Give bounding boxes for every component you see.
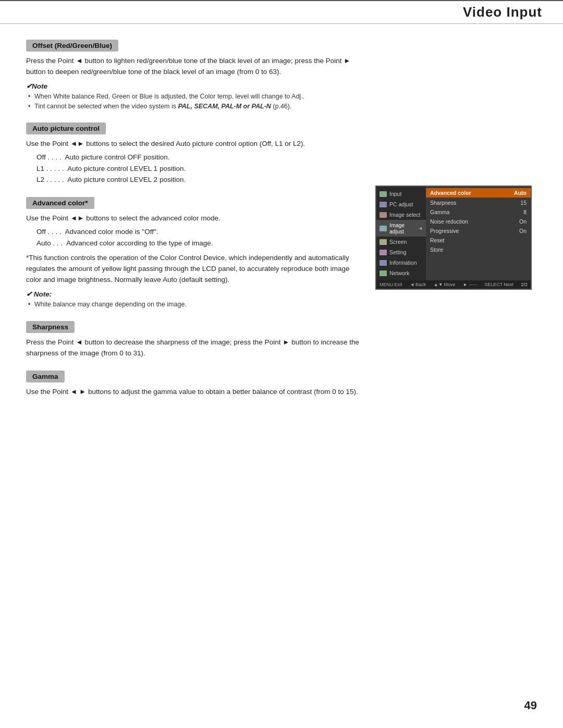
osd-page-indicator: 2/2 xyxy=(521,282,528,287)
osd-gamma-value: 8 xyxy=(523,209,527,215)
osd-sharpness-label: Sharpness xyxy=(430,200,456,206)
osd-move-arrows: ▲▼ xyxy=(434,282,443,287)
osd-item-store: Store xyxy=(426,245,531,254)
section-offset: Offset (Red/Green/Blue) Press the Point … xyxy=(26,40,365,111)
auto-picture-para: Use the Point ◄► buttons to select the d… xyxy=(26,139,365,150)
screen-icon xyxy=(380,239,387,245)
page-header: Video Input xyxy=(0,0,563,24)
advanced-color-note-1: White balance may change depending on th… xyxy=(26,300,365,310)
osd-menu-container: Input PC adjust Image select Image xyxy=(375,186,532,290)
osd-menu-info-label: Information xyxy=(389,260,417,266)
osd-menu-imgadj-label: Image adjust xyxy=(389,222,415,235)
pc-icon xyxy=(380,202,387,207)
osd-item-sharpness: Sharpness 15 xyxy=(426,198,531,207)
setting-icon xyxy=(380,250,387,255)
osd-menu-setting: Setting xyxy=(376,247,426,257)
osd-footer-dash: ► ----- xyxy=(463,282,476,287)
osd-menu-network-label: Network xyxy=(389,270,410,276)
osd-right-header: Advanced color Auto xyxy=(426,188,531,198)
osd-footer-next: SELECT Next xyxy=(484,282,513,287)
osd-menu-input-label: Input xyxy=(389,191,401,197)
osd-progressive-label: Progressive xyxy=(430,228,459,234)
auto-picture-line-3: L2 . . . . . Auto picture control LEVEL … xyxy=(36,174,365,186)
offset-label: Offset (Red/Green/Blue) xyxy=(26,40,118,52)
gamma-para: Use the Point ◄ ► buttons to adjust the … xyxy=(26,387,365,398)
sharpness-para: Press the Point ◄ button to decrease the… xyxy=(26,337,365,359)
osd-back-label: Back xyxy=(415,282,426,287)
osd-menu-pc-adjust: PC adjust xyxy=(376,199,426,209)
input-icon xyxy=(380,191,387,197)
advanced-color-label: Advanced color* xyxy=(26,197,94,209)
osd-wrapper: Input PC adjust Image select Image xyxy=(375,186,537,290)
advanced-color-line-2: Auto . . . Advanced color according to t… xyxy=(36,238,365,249)
left-column: Offset (Red/Green/Blue) Press the Point … xyxy=(26,40,365,409)
osd-menu-screen: Screen xyxy=(376,237,426,247)
auto-picture-label: Auto picture control xyxy=(26,122,106,134)
page-title: Video Input xyxy=(0,4,542,20)
auto-picture-line-1: Off . . . . Auto picture control OFF pos… xyxy=(36,152,365,163)
osd-menu-label: MENU xyxy=(380,282,394,287)
osd-exit-label: Exit xyxy=(395,282,402,287)
osd-header-label: Advanced color xyxy=(430,190,471,196)
network-icon xyxy=(380,270,387,276)
osd-footer-exit: MENU Exit xyxy=(380,282,402,287)
osd-noise-label: Noise reduction xyxy=(430,218,468,225)
osd-right-panel: Advanced color Auto Sharpness 15 Gamma 8 xyxy=(426,187,531,280)
auto-picture-lines: Off . . . . Auto picture control OFF pos… xyxy=(26,152,365,186)
osd-menu-information: Information xyxy=(376,257,426,268)
osd-item-reset: Reset xyxy=(426,236,531,245)
section-gamma: Gamma Use the Point ◄ ► buttons to adjus… xyxy=(26,371,365,398)
osd-move-label: Move xyxy=(444,282,456,287)
osd-sharpness-value: 15 xyxy=(520,200,527,206)
osd-footer-back: ◄ Back xyxy=(410,282,426,287)
advanced-color-asterisk: *This function controls the operation of… xyxy=(26,253,365,286)
gamma-label: Gamma xyxy=(26,371,65,382)
osd-footer-move: ▲▼ Move xyxy=(434,282,456,287)
auto-picture-line-2: L1 . . . . . Auto picture control LEVEL … xyxy=(36,163,365,175)
osd-menu-input: Input xyxy=(376,189,426,199)
osd-back-arrow: ◄ xyxy=(410,282,414,287)
osd-left-nav: Input PC adjust Image select Image xyxy=(376,187,426,280)
offset-note: ✔Note When White balance Red, Green or B… xyxy=(26,82,365,112)
section-sharpness: Sharpness Press the Point ◄ button to de… xyxy=(26,321,365,359)
osd-reset-label: Reset xyxy=(430,237,444,243)
section-advanced-color: Advanced color* Use the Point ◄► buttons… xyxy=(26,197,365,310)
offset-para: Press the Point ◄ button to lighten red/… xyxy=(26,56,365,78)
osd-dash-label: ► ----- xyxy=(463,282,476,287)
osd-menu-screen-label: Screen xyxy=(389,239,407,245)
osd-menu-setting-label: Setting xyxy=(389,249,407,255)
osd-noise-value: On xyxy=(519,218,527,225)
osd-progressive-value: On xyxy=(519,228,527,234)
advanced-color-line-1: Off . . . . Advanced color mode is "Off"… xyxy=(36,226,365,238)
info-icon xyxy=(380,260,387,266)
section-auto-picture: Auto picture control Use the Point ◄► bu… xyxy=(26,122,365,186)
advanced-color-lines: Off . . . . Advanced color mode is "Off"… xyxy=(26,226,365,249)
advanced-color-para: Use the Point ◄► buttons to select the a… xyxy=(26,213,365,224)
offset-note-1: When White balance Red, Green or Blue is… xyxy=(26,92,365,102)
imgadj-icon xyxy=(380,226,387,231)
osd-footer: MENU Exit ◄ Back ▲▼ Move ► ----- xyxy=(376,280,531,289)
offset-note-2: Tint cannot be selected when the video s… xyxy=(26,102,365,112)
advanced-color-note: ✔ Note: White balance may change dependi… xyxy=(26,290,365,310)
advanced-color-note-title: ✔ Note: xyxy=(26,290,365,298)
sharpness-label: Sharpness xyxy=(26,321,75,333)
osd-menu-image-adjust: Image adjust ◄ xyxy=(376,220,426,237)
osd-arrow-icon: ◄ xyxy=(418,226,423,231)
page-number: 49 xyxy=(524,699,537,712)
osd-item-gamma: Gamma 8 xyxy=(426,207,531,217)
osd-item-noise: Noise reduction On xyxy=(426,217,531,226)
osd-next-label: Next xyxy=(504,282,513,287)
osd-menu-pc-label: PC adjust xyxy=(389,201,413,207)
osd-menu-network: Network xyxy=(376,268,426,278)
osd-menu-image-select: Image select xyxy=(376,209,426,220)
osd-item-progressive: Progressive On xyxy=(426,226,531,236)
osd-header-value: Auto xyxy=(514,190,527,196)
osd-select-label: SELECT xyxy=(484,282,503,287)
osd-menu: Input PC adjust Image select Image xyxy=(376,187,531,280)
osd-gamma-label: Gamma xyxy=(430,209,449,215)
osd-menu-imgsel-label: Image select xyxy=(389,212,421,218)
right-column: Input PC adjust Image select Image xyxy=(375,40,537,409)
osd-store-label: Store xyxy=(430,246,443,253)
offset-note-title: ✔Note xyxy=(26,82,365,90)
imgsel-icon xyxy=(380,212,387,218)
